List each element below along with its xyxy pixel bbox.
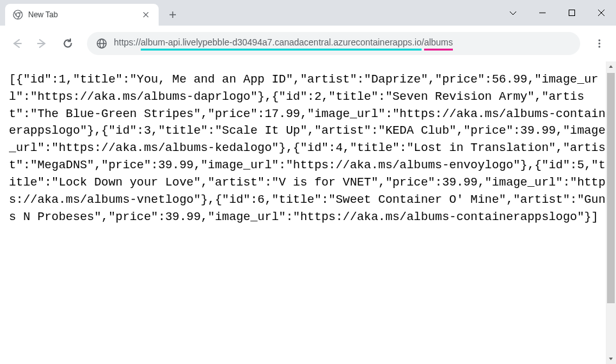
browser-toolbar: https://album-api.livelypebble-d30494a7.… bbox=[0, 26, 616, 61]
plus-icon bbox=[169, 11, 177, 19]
new-tab-button[interactable] bbox=[164, 6, 182, 24]
svg-point-19 bbox=[599, 43, 601, 45]
tab-title: New Tab bbox=[28, 10, 136, 19]
chrome-icon bbox=[13, 10, 23, 20]
content-area: [{"id":1,"title":"You, Me and an App ID"… bbox=[0, 61, 616, 364]
more-vertical-icon bbox=[594, 38, 604, 49]
maximize-icon bbox=[568, 9, 576, 17]
scrollbar-thumb[interactable] bbox=[607, 73, 615, 303]
browser-tab[interactable]: New Tab bbox=[5, 4, 159, 26]
site-info-button[interactable] bbox=[96, 38, 107, 49]
forward-button[interactable] bbox=[31, 32, 54, 55]
window-dropdown-button[interactable] bbox=[498, 0, 528, 26]
window-minimize-button[interactable] bbox=[528, 0, 557, 26]
reload-button[interactable] bbox=[56, 32, 79, 55]
arrow-left-icon bbox=[10, 37, 23, 50]
svg-point-20 bbox=[599, 46, 601, 48]
tab-close-button[interactable] bbox=[141, 10, 151, 20]
url-path: albums bbox=[424, 37, 453, 51]
browser-menu-button[interactable] bbox=[588, 32, 611, 55]
url-scheme: https:// bbox=[114, 37, 141, 47]
window-close-button[interactable] bbox=[587, 0, 616, 26]
url-host: album-api.livelypebble-d30494a7.canadace… bbox=[141, 37, 422, 51]
tab-favicon bbox=[13, 10, 23, 20]
response-body[interactable]: [{"id":1,"title":"You, Me and an App ID"… bbox=[0, 61, 616, 364]
globe-icon bbox=[96, 38, 107, 49]
scrollbar-down-button[interactable] bbox=[606, 354, 616, 364]
address-bar[interactable]: https://album-api.livelypebble-d30494a7.… bbox=[87, 32, 580, 55]
arrow-right-icon bbox=[36, 37, 49, 50]
window-controls bbox=[498, 0, 616, 26]
scrollbar-up-button[interactable] bbox=[606, 61, 616, 72]
vertical-scrollbar[interactable] bbox=[606, 61, 616, 364]
chevron-down-icon bbox=[509, 8, 517, 17]
window-maximize-button[interactable] bbox=[557, 0, 587, 26]
svg-point-18 bbox=[599, 40, 601, 42]
caret-up-icon bbox=[608, 63, 614, 70]
close-icon bbox=[597, 9, 605, 17]
url-display: https://album-api.livelypebble-d30494a7.… bbox=[114, 37, 453, 51]
caret-down-icon bbox=[608, 356, 614, 362]
minimize-icon bbox=[539, 9, 546, 17]
close-icon bbox=[143, 12, 148, 17]
back-button[interactable] bbox=[5, 32, 28, 55]
reload-icon bbox=[62, 38, 74, 49]
svg-rect-1 bbox=[569, 10, 575, 16]
